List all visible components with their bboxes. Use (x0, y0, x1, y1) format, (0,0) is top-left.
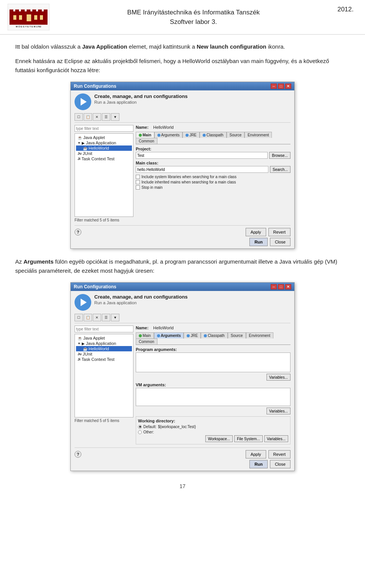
dialog2-close-btn[interactable]: ✕ (285, 284, 291, 289)
dialog2-wrapper: Run Configurations ─ □ ✕ Create, manage,… (15, 282, 350, 471)
tab-source[interactable]: Source (227, 132, 245, 138)
close-button[interactable]: Close (270, 238, 290, 246)
dialog2-tab-common[interactable]: Common (136, 338, 157, 345)
main-class-input[interactable] (136, 166, 268, 173)
dialog2-tab-environment-label: Environment (249, 334, 270, 338)
toolbar-delete-btn[interactable]: ✕ (93, 113, 101, 121)
tab-main[interactable]: Main (136, 132, 154, 138)
toolbar-filter-btn[interactable]: ☰ (102, 113, 110, 121)
other-radio-row[interactable]: Other: (138, 430, 288, 434)
toolbar-more-btn[interactable]: ▼ (111, 113, 119, 121)
browse-button[interactable]: Browse... (269, 152, 290, 159)
university-name: BME Irányítástechnika és Informatika Tan… (49, 8, 337, 17)
dialog2-tab-main[interactable]: Main (136, 332, 154, 338)
tree-item-java-applet[interactable]: ☕ Java Applet (76, 135, 132, 140)
dialog2-tree-helloworld[interactable]: ☕ HelloWorld (76, 346, 132, 351)
dialog2-revert-button[interactable]: Revert (268, 450, 290, 458)
dialog2-filter-input[interactable] (75, 326, 133, 332)
default-radio-dot (139, 426, 141, 428)
apply-button[interactable]: Apply (246, 228, 266, 236)
dialog2-help-icon[interactable]: ? (75, 451, 81, 458)
dialog2-tab-classpath[interactable]: Classpath (201, 332, 227, 338)
dialog2-toolbar-filter-btn[interactable]: ☰ (102, 314, 110, 321)
dialog2-toolbar-new-btn[interactable]: ☐ (75, 314, 83, 321)
variables-button-1[interactable]: Variables... (267, 374, 290, 381)
program-args-textarea[interactable] (136, 352, 290, 372)
checkbox-stop-in-main-box[interactable] (136, 185, 140, 190)
dialog2-close-button[interactable]: Close (270, 460, 290, 468)
filter-input[interactable] (75, 125, 133, 132)
p2-text: Ennek hatására az Eclipse az aktuális pr… (15, 58, 329, 73)
tree-item-helloworld[interactable]: ☕ HelloWorld (76, 145, 132, 151)
dialog1-maximize-btn[interactable]: □ (278, 84, 284, 89)
dialog2-tab-main-icon (139, 334, 142, 337)
main-content: Itt bal oldalon válasszuk a Java Applica… (0, 38, 365, 501)
dialog2-tree-task-context[interactable]: Ji Task Context Test (76, 357, 132, 362)
checkbox-inherited-mains[interactable]: Include inherited mains when searching f… (136, 180, 290, 184)
tree-item-task-context[interactable]: Ji Task Context Test (76, 156, 132, 161)
toolbar-new-btn[interactable]: ☐ (75, 113, 83, 121)
tab-environment-label: Environment (248, 133, 269, 137)
dialog1-minimize-btn[interactable]: ─ (271, 84, 277, 89)
helloworld-label: HelloWorld (89, 146, 109, 150)
checkbox-system-libraries[interactable]: Include system libraries when searching … (136, 175, 290, 179)
variables-button-2[interactable]: Variables... (267, 408, 290, 414)
tab-common-label: Common (139, 139, 154, 143)
revert-button[interactable]: Revert (268, 228, 290, 236)
toolbar-copy-btn[interactable]: 📋 (84, 113, 92, 121)
page-number: 17 (179, 483, 186, 489)
tab-arguments[interactable]: Arguments (154, 132, 182, 138)
dialog2-maximize-btn[interactable]: □ (278, 284, 284, 289)
dialog2-top-section: Create, manage, and run configurations R… (75, 294, 290, 311)
search-button[interactable]: Search... (270, 166, 290, 173)
dialog1-body: Create, manage, and run configurations R… (71, 90, 294, 248)
svg-rect-9 (13, 15, 16, 20)
tree-item-junit[interactable]: Ju JUnit (76, 151, 132, 156)
dialog2-toolbar-delete-btn[interactable]: ✕ (93, 314, 101, 321)
dialog2-run-button[interactable]: Run (249, 460, 267, 468)
tab-classpath[interactable]: Classpath (200, 132, 226, 138)
default-radio-button[interactable] (138, 425, 142, 429)
checkbox-system-libraries-box[interactable] (136, 175, 140, 179)
dialog2-helloworld-icon: ☕ (83, 347, 87, 351)
dialog2-tree-java-applet[interactable]: ☕ Java Applet (76, 335, 132, 341)
default-radio-row[interactable]: Default: ${workspace_loc:Test} (138, 425, 288, 429)
svg-rect-8 (44, 9, 48, 13)
dialog2-main-area: ☕ Java Applet ▼ ▶ Java Application ☕ Hel… (75, 326, 290, 444)
dialog1-bottom-row: ? Apply Revert (75, 228, 290, 236)
tab-common[interactable]: Common (136, 138, 157, 144)
dialog1-close-btn[interactable]: ✕ (285, 84, 291, 89)
dialog2-toolbar-copy-btn[interactable]: 📋 (84, 314, 92, 321)
dialog2-tree-java-application[interactable]: ▼ ▶ Java Application (76, 341, 132, 346)
variables-button-3[interactable]: Variables... (264, 435, 288, 442)
tree-item-java-application[interactable]: ▼ ▶ Java Application (76, 140, 132, 145)
dialog2-tab-arguments[interactable]: Arguments (154, 332, 184, 339)
dialog2-tab-jre[interactable]: JRE (184, 332, 201, 338)
filesystem-button[interactable]: File System... (234, 435, 263, 442)
help-icon[interactable]: ? (75, 229, 81, 236)
checkbox-stop-in-main[interactable]: Stop in main (136, 185, 290, 190)
dialog2-tab-common-label: Common (139, 340, 154, 344)
vm-args-label: VM arguments: (136, 383, 290, 387)
dialog2-toolbar-more-btn[interactable]: ▼ (111, 314, 119, 321)
dialog2-tab-environment[interactable]: Environment (246, 332, 273, 338)
project-input[interactable] (136, 152, 268, 159)
dialog2-apply-button[interactable]: Apply (246, 450, 266, 458)
dialog2-tab-classpath-label: Classpath (208, 334, 224, 338)
dialog2-minimize-btn[interactable]: ─ (271, 284, 277, 289)
run-button[interactable]: Run (249, 238, 267, 246)
checkbox-inherited-mains-box[interactable] (136, 180, 140, 184)
workspace-button[interactable]: Workspace... (205, 435, 233, 442)
dialog2-name-value: HelloWorld (153, 326, 174, 330)
dialog1-header-text: Create, manage, and run configurations R… (94, 93, 188, 104)
tab-jre-label: JRE (189, 133, 197, 137)
other-radio-button[interactable] (138, 430, 142, 434)
vm-args-textarea[interactable] (136, 388, 290, 406)
tab-environment[interactable]: Environment (244, 132, 272, 138)
dialog2-tree-junit[interactable]: Ju JUnit (76, 351, 132, 357)
tab-jre[interactable]: JRE (182, 132, 200, 138)
workspace-btn-row: Workspace... File System... Variables... (138, 435, 288, 442)
tab-classpath-label: Classpath (206, 133, 223, 137)
dialog2-tab-source[interactable]: Source (228, 332, 246, 338)
dialog2-title: Run Configurations (74, 284, 116, 289)
